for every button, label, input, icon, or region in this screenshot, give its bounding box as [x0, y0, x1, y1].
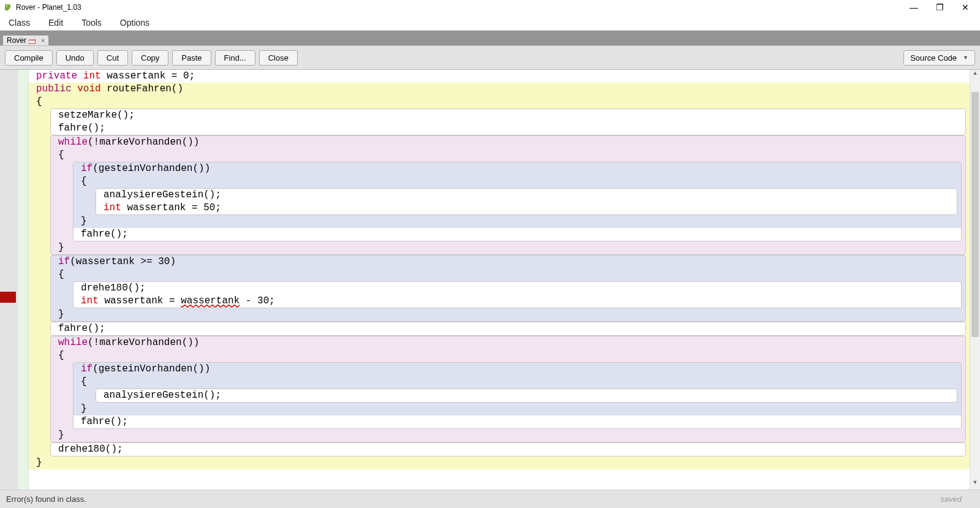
copy-button[interactable]: Copy	[132, 50, 168, 66]
code-line[interactable]: if(gesteinVorhanden())	[74, 162, 961, 175]
saved-indicator: saved	[940, 495, 974, 504]
code-line[interactable]: drehe180();	[74, 282, 961, 295]
error-marker[interactable]	[0, 292, 16, 303]
code-line[interactable]: }	[51, 308, 965, 321]
code-line[interactable]: if(wassertank >= 30)	[51, 256, 965, 268]
tab-strip: Rover ×	[0, 31, 980, 45]
vertical-scrollbar[interactable]: ▲ ▼	[970, 70, 980, 490]
scroll-down-icon[interactable]: ▼	[970, 479, 980, 490]
scroll-up-icon[interactable]: ▲	[970, 70, 980, 80]
find-button[interactable]: Find...	[215, 50, 255, 66]
code-line[interactable]: {	[74, 175, 961, 188]
code-line[interactable]: if(gesteinVorhanden())	[74, 363, 961, 376]
code-line[interactable]: while(!markeVorhanden())	[51, 336, 965, 349]
svg-point-0	[6, 6, 7, 7]
code-line[interactable]: int wassertank = wassertank - 30;	[74, 295, 961, 308]
tab-label: Rover	[7, 36, 26, 45]
toolbar: Compile Undo Cut Copy Paste Find... Clos…	[0, 45, 980, 70]
menu-class[interactable]: Class	[9, 18, 30, 28]
statusbar: Error(s) found in class. saved	[0, 490, 980, 508]
code-line[interactable]: }	[74, 215, 961, 228]
status-message: Error(s) found in class.	[6, 495, 86, 504]
view-mode-label: Source Code	[910, 53, 957, 63]
paste-button[interactable]: Paste	[172, 50, 211, 66]
tab-class-icon	[29, 38, 37, 44]
code-line[interactable]: drehe180();	[51, 443, 965, 456]
scroll-thumb[interactable]	[971, 92, 979, 337]
menu-tools[interactable]: Tools	[81, 18, 102, 28]
code-line[interactable]: analysiereGestein();	[96, 389, 957, 402]
code-line[interactable]: int wassertank = 50;	[96, 202, 957, 214]
window-titlebar: Rover - Planet_1.03 — ❐ ✕	[0, 0, 980, 15]
close-window-icon[interactable]: ✕	[959, 2, 971, 12]
code-line[interactable]: }	[29, 457, 970, 469]
code-line[interactable]: private int wassertank = 0;	[29, 70, 970, 83]
code-line[interactable]: {	[51, 268, 965, 281]
code-line[interactable]: }	[74, 403, 961, 415]
gutter	[0, 70, 18, 490]
tab-rover[interactable]: Rover ×	[2, 35, 49, 45]
code-line[interactable]: analysiereGestein();	[96, 189, 957, 202]
menu-edit[interactable]: Edit	[48, 18, 63, 28]
minimize-icon[interactable]: —	[908, 2, 920, 12]
window-title: Rover - Planet_1.03	[16, 3, 81, 12]
view-mode-select[interactable]: Source Code ▼	[903, 50, 975, 66]
close-button[interactable]: Close	[259, 50, 298, 66]
code-line[interactable]: {	[74, 376, 961, 389]
code-line[interactable]: setzeMarke();	[51, 109, 965, 122]
editor-area: private int wassertank = 0; public void …	[0, 70, 980, 490]
menu-options[interactable]: Options	[120, 18, 149, 28]
code-line[interactable]: {	[29, 96, 970, 108]
tab-close-icon[interactable]: ×	[41, 37, 45, 44]
code-line[interactable]: fahre();	[74, 228, 961, 241]
undo-button[interactable]: Undo	[56, 50, 94, 66]
code-line[interactable]: while(!markeVorhanden())	[51, 136, 965, 149]
app-icon	[4, 3, 12, 12]
breakpoint-gutter[interactable]	[18, 70, 29, 490]
code-line[interactable]: {	[51, 349, 965, 362]
chevron-down-icon: ▼	[963, 55, 968, 61]
code-line[interactable]: fahre();	[74, 415, 961, 428]
maximize-icon[interactable]: ❐	[933, 2, 946, 12]
svg-rect-2	[29, 39, 36, 41]
code-line[interactable]: fahre();	[51, 322, 965, 335]
code-line[interactable]: }	[51, 429, 965, 442]
code-line[interactable]: {	[51, 149, 965, 162]
code-editor[interactable]: private int wassertank = 0; public void …	[29, 70, 970, 490]
compile-button[interactable]: Compile	[5, 50, 53, 66]
code-line[interactable]: public void routeFahren()	[29, 83, 970, 96]
cut-button[interactable]: Cut	[97, 50, 128, 66]
code-line[interactable]: }	[51, 241, 965, 254]
menubar: Class Edit Tools Options	[0, 15, 980, 31]
code-line[interactable]: fahre();	[51, 122, 965, 135]
